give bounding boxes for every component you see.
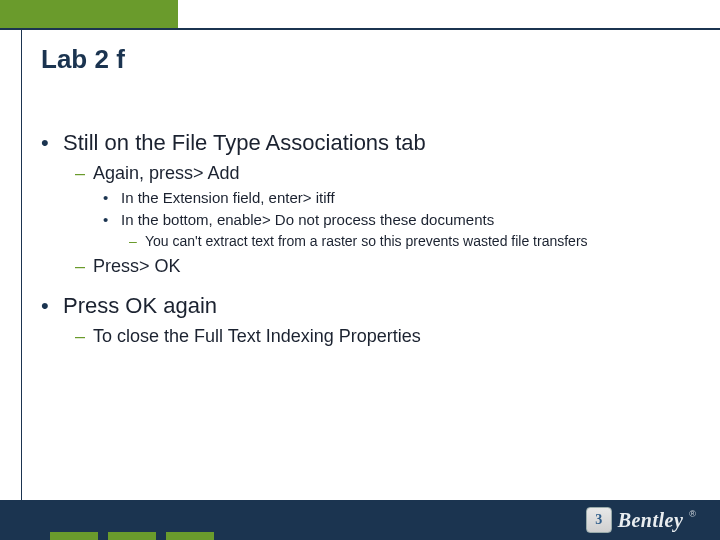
- bullet-text: In the Extension field, enter> itiff: [121, 188, 335, 208]
- bullet-text: Press OK again: [63, 293, 217, 319]
- bullet-text: In the bottom, enable> Do not process th…: [121, 210, 494, 230]
- slide: Lab 2 f • Still on the File Type Associa…: [0, 0, 720, 540]
- logo-badge-icon: 3: [586, 507, 612, 533]
- dash-icon: –: [75, 325, 93, 347]
- slide-content: • Still on the File Type Associations ta…: [41, 130, 690, 363]
- bullet-icon: •: [103, 188, 121, 208]
- header-rule: [0, 28, 720, 30]
- footer-accent: [166, 532, 214, 540]
- logo-text: Bentley: [618, 509, 684, 532]
- bullet-text: To close the Full Text Indexing Properti…: [93, 325, 421, 347]
- trademark-icon: ®: [689, 509, 696, 519]
- bullet-text: Again, press> Add: [93, 162, 240, 184]
- footer-accent: [108, 532, 156, 540]
- dash-icon: –: [129, 232, 145, 251]
- dash-icon: –: [75, 162, 93, 184]
- bullet-text: Press> OK: [93, 255, 181, 277]
- left-rule: [21, 30, 22, 500]
- footer-accent: [50, 532, 98, 540]
- bullet-icon: •: [103, 210, 121, 230]
- footer-bar: 3 Bentley ®: [0, 500, 720, 540]
- header-accent: [0, 0, 178, 28]
- bullet-text: Still on the File Type Associations tab: [63, 130, 426, 156]
- bullet-text: You can't extract text from a raster so …: [145, 232, 588, 251]
- dash-icon: –: [75, 255, 93, 277]
- brand-logo: 3 Bentley ®: [586, 507, 696, 533]
- bullet-icon: •: [41, 130, 63, 156]
- bullet-icon: •: [41, 293, 63, 319]
- slide-title: Lab 2 f: [41, 44, 125, 75]
